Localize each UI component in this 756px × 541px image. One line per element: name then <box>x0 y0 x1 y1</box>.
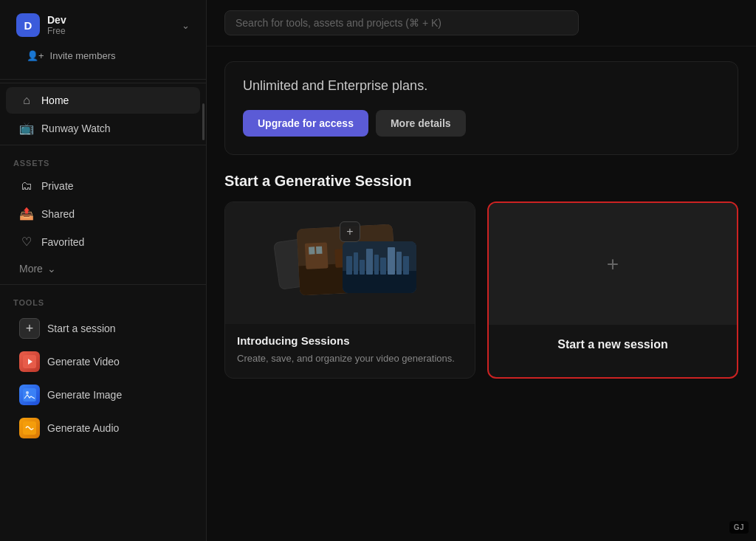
generate-video-label: Generate Video <box>47 356 120 368</box>
sessions-grid: + <box>224 201 738 379</box>
svg-rect-20 <box>396 252 402 275</box>
sidebar-item-home[interactable]: ⌂ Home <box>6 87 200 114</box>
plus-button-overlay: + <box>340 221 360 242</box>
sidebar-more-label: More <box>19 263 43 275</box>
generate-audio-icon <box>19 418 40 438</box>
sidebar-header: D Dev Free ⌄ 👤+ Invite members <box>0 0 206 80</box>
new-session-card[interactable]: + Start a new session <box>487 201 738 379</box>
generate-image-label: Generate Image <box>47 389 122 401</box>
workspace-chevron-icon: ⌄ <box>182 20 190 31</box>
sidebar-home-label: Home <box>41 94 69 106</box>
tv-icon: 📺 <box>19 121 34 135</box>
content-area: Unlimited and Enterprise plans. Upgrade … <box>207 61 756 396</box>
svg-rect-15 <box>360 260 365 275</box>
workspace-plan: Free <box>47 26 174 36</box>
assets-section-label: ASSETS <box>0 148 206 172</box>
home-icon: ⌂ <box>19 94 34 107</box>
svg-rect-18 <box>380 258 386 275</box>
intro-card-body: Introducing Sessions Create, save, and o… <box>225 324 475 378</box>
intro-card-visual: + <box>225 202 475 324</box>
sidebar-item-private[interactable]: 🗂 Private <box>6 173 200 199</box>
generate-video-icon <box>19 351 40 372</box>
sidebar-shared-label: Shared <box>41 208 75 220</box>
invite-label: Invite members <box>50 50 116 61</box>
invite-members-button[interactable]: 👤+ Invite members <box>16 44 190 67</box>
intro-card-title: Introducing Sessions <box>237 334 463 347</box>
sessions-section-title: Start a Generative Session <box>224 173 738 190</box>
workspace-info: Dev Free <box>47 14 174 36</box>
invite-icon: 👤+ <box>27 50 44 61</box>
sidebar-private-label: Private <box>41 180 74 192</box>
nav-divider <box>0 83 206 83</box>
search-bar[interactable]: Search for tools, assets and projects (⌘… <box>224 10 579 35</box>
plus-session-icon: + <box>19 318 40 339</box>
new-session-body: Start a new session <box>489 325 737 365</box>
svg-point-3 <box>26 391 29 394</box>
svg-rect-21 <box>403 256 409 275</box>
svg-rect-13 <box>346 256 352 275</box>
svg-rect-16 <box>366 249 373 275</box>
sidebar-runway-watch-label: Runway Watch <box>41 123 111 134</box>
sidebar-more-button[interactable]: More ⌄ <box>6 256 200 281</box>
sidebar-scrollbar <box>202 103 205 140</box>
new-session-plus-icon: + <box>607 252 619 276</box>
folder-icon: 🗂 <box>19 179 34 193</box>
tools-section-label: TOOLS <box>0 288 206 311</box>
sidebar-item-runway-watch[interactable]: 📺 Runway Watch <box>6 114 200 142</box>
sidebar-item-shared[interactable]: 📤 Shared <box>6 200 200 227</box>
search-placeholder: Search for tools, assets and projects (⌘… <box>236 17 441 29</box>
upgrade-banner: Unlimited and Enterprise plans. Upgrade … <box>224 61 738 155</box>
sidebar-item-start-session[interactable]: + Start a session <box>6 312 200 345</box>
upgrade-button[interactable]: Upgrade for access <box>243 110 368 137</box>
svg-rect-8 <box>309 247 315 254</box>
svg-rect-17 <box>374 255 379 275</box>
sidebar-item-generate-audio[interactable]: Generate Audio <box>6 412 200 444</box>
banner-text: Unlimited and Enterprise plans. <box>243 77 720 95</box>
stacked-cards: + <box>269 216 431 311</box>
svg-rect-2 <box>23 388 36 402</box>
workspace-selector[interactable]: D Dev Free ⌄ <box>10 9 196 41</box>
svg-rect-9 <box>316 246 323 253</box>
workspace-name: Dev <box>47 14 174 26</box>
sidebar: D Dev Free ⌄ 👤+ Invite members ⌂ Home 📺 … <box>0 0 207 541</box>
banner-buttons: Upgrade for access More details <box>243 110 720 137</box>
sidebar-item-generate-video[interactable]: Generate Video <box>6 345 200 378</box>
svg-rect-14 <box>354 252 358 275</box>
sidebar-item-generate-image[interactable]: Generate Image <box>6 379 200 411</box>
stack-card-3 <box>343 241 416 293</box>
svg-rect-7 <box>305 242 329 269</box>
intro-session-card[interactable]: + <box>224 201 475 379</box>
start-session-label: Start a session <box>47 323 116 334</box>
topbar: Search for tools, assets and projects (⌘… <box>207 0 756 46</box>
watermark: GJ <box>729 521 749 534</box>
new-session-visual: + <box>489 203 737 325</box>
intro-card-description: Create, save, and organize your video ge… <box>237 351 463 366</box>
more-chevron-icon: ⌄ <box>47 263 56 275</box>
assets-divider <box>0 145 206 145</box>
generate-audio-label: Generate Audio <box>47 422 119 434</box>
sidebar-favorited-label: Favorited <box>41 236 84 248</box>
sidebar-scrollable: ⌂ Home 📺 Runway Watch ASSETS 🗂 Private 📤… <box>0 86 206 541</box>
tools-divider <box>0 284 206 285</box>
svg-rect-19 <box>388 247 395 275</box>
shared-icon: 📤 <box>19 207 34 221</box>
avatar: D <box>16 13 40 37</box>
sidebar-item-favorited[interactable]: ♡ Favorited <box>6 228 200 255</box>
heart-icon: ♡ <box>19 235 34 249</box>
new-session-label: Start a new session <box>544 325 681 365</box>
generate-image-icon <box>19 385 40 405</box>
more-details-button[interactable]: More details <box>376 110 466 137</box>
main-content: Search for tools, assets and projects (⌘… <box>207 0 756 541</box>
